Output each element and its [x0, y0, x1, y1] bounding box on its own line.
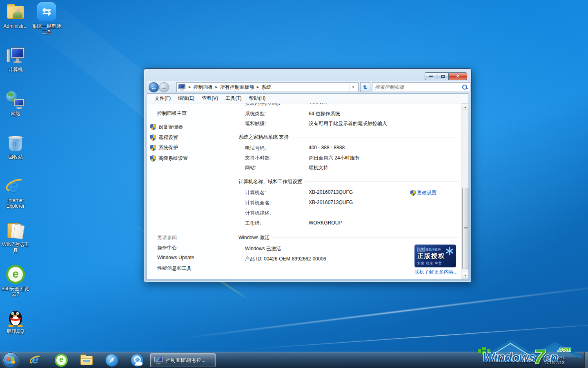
system-page-icon: ✓ — [178, 84, 185, 90]
section-header-support: 系统之家精品系统 支持 — [238, 134, 459, 141]
change-settings-link[interactable]: 更改设置 — [417, 189, 437, 196]
genuine-microsoft-badge[interactable]: 使用 微软®软件 正版授权 安全 稳定 声誉 — [414, 245, 456, 267]
sidebar-item-control-panel-home[interactable]: 控制面板主页 — [157, 110, 187, 117]
menu-help[interactable]: 帮助(H) — [245, 94, 270, 103]
sidebar-item-system-protection[interactable]: 系统保护 — [150, 144, 178, 151]
uac-shield-icon — [150, 145, 156, 151]
recycle-bin-icon: ♻ — [6, 133, 25, 153]
search-input[interactable] — [375, 84, 462, 90]
taskbar-compass-browser-icon[interactable] — [105, 354, 118, 367]
sidebar-item-action-center[interactable]: 操作中心 — [157, 245, 177, 251]
scrollbar-thumb[interactable] — [462, 188, 468, 269]
scroll-down-arrow[interactable]: ▼ — [462, 272, 468, 279]
breadcrumb-all-items[interactable]: 所有控制面板项 — [220, 84, 254, 91]
breadcrumb-separator-icon: ▶ — [257, 85, 259, 89]
windows-flag-icon — [7, 357, 16, 365]
computer-icon — [6, 46, 25, 65]
change-settings[interactable]: 更改设置 — [410, 189, 437, 196]
user-folder-icon — [6, 2, 25, 22]
desktop-icon-label: WIN7激活工具 — [0, 242, 31, 253]
refresh-button[interactable]: ⇄ — [360, 82, 370, 92]
qq-penguin-icon — [6, 307, 25, 327]
taskbar-explorer-icon[interactable] — [80, 354, 93, 367]
sidebar-item-advanced-system-settings[interactable]: 高级系统设置 — [150, 155, 188, 162]
internet-explorer-icon: e — [6, 177, 25, 196]
navigation-bar: ← → ✓ ▶ 控制面板 ▶ 所有控制面板项 ▶ 系统 ▼ ⇄ — [147, 81, 468, 94]
desktop-icon-label: 计算机 — [0, 67, 31, 72]
search-icon — [462, 84, 468, 90]
minimize-button[interactable] — [425, 72, 437, 80]
desktop-icon-recycle-bin[interactable]: ♻ 回收站 — [0, 133, 31, 160]
volume-icon[interactable]: 🔊 — [535, 358, 541, 363]
desktop-icon-label: Administr... — [0, 23, 31, 29]
search-box[interactable] — [372, 82, 470, 92]
uac-shield-icon — [410, 190, 416, 196]
menu-file[interactable]: 文件(F) — [151, 94, 174, 103]
desktop-icon-360-browser[interactable]: e 360安全浏览器7 — [0, 265, 31, 297]
desktop-icon-internet-explorer[interactable]: e Internet Explorer — [0, 177, 31, 209]
close-button[interactable]: × — [448, 72, 467, 80]
desktop-icon-win7-activation-tool[interactable]: WIN7激活工具 — [0, 221, 31, 253]
vertical-scrollbar[interactable]: ▲ ▼ — [461, 103, 468, 279]
info-row-phone: 电话号码: 400 - 888 - 8888 — [229, 145, 461, 152]
tray-expand-icon[interactable]: ▴ — [505, 358, 507, 363]
desktop-icon-network[interactable]: 网络 — [0, 90, 31, 117]
system-control-panel-window: × ← → ✓ ▶ 控制面板 ▶ 所有控制面板项 ▶ 系统 ▼ ⇄ 文件(F) … — [144, 68, 472, 282]
sidebar-item-remote-settings[interactable]: 远程设置 — [150, 134, 178, 141]
network-icon[interactable]: ▮�215; — [517, 358, 532, 363]
reinstall-tool-icon: ⇆ — [37, 2, 56, 21]
uac-shield-icon — [150, 155, 156, 162]
start-button[interactable] — [3, 352, 18, 368]
menu-bar: 文件(F) 编辑(E) 查看(V) 工具(T) 帮助(H) — [147, 94, 468, 103]
taskbar-item-label: 控制面板\所有控... — [166, 357, 205, 364]
online-support-link[interactable]: 联机支持 — [309, 164, 328, 171]
address-bar[interactable]: ✓ ▶ 控制面板 ▶ 所有控制面板项 ▶ 系统 ▼ — [176, 82, 359, 92]
wallpaper-white-streak — [177, 283, 588, 339]
uac-shield-icon — [150, 124, 156, 130]
breadcrumb-system[interactable]: 系统 — [261, 84, 271, 91]
info-row-website: 网站: 联机支持 — [229, 164, 461, 172]
back-button[interactable]: ← — [149, 82, 159, 92]
show-desktop-button[interactable] — [584, 352, 588, 368]
taskbar-qq-browser-icon[interactable] — [131, 354, 144, 367]
section-header-windows-activation: Windows 激活 — [238, 234, 459, 241]
info-row-support-hours: 支持小时数: 周日至周六 24小时服务 — [229, 155, 461, 162]
desktop-icon-reinstall-tool[interactable]: ⇆ 系统一键重装工具 — [31, 2, 62, 35]
desktop-icon-label: 回收站 — [0, 154, 31, 160]
system-window-icon: ✓ — [154, 357, 163, 364]
wallpaper-white-streak2 — [245, 322, 588, 350]
taskbar-internet-explorer-icon[interactable]: e — [29, 354, 42, 367]
menu-tools[interactable]: 工具(T) — [222, 94, 245, 103]
system-info-panel: 安装内存(RAM): 4.00 GB 系统类型: 64 位操作系统 笔和触摸: … — [229, 103, 461, 279]
address-dropdown-arrow-icon[interactable]: ▼ — [350, 83, 356, 92]
info-row-computer-name: 计算机名: XB-20160713QUFG 更改设置 — [229, 189, 461, 197]
learn-more-online-link[interactable]: 联机了解更多内容... — [414, 269, 458, 276]
sidebar-item-label: 高级系统设置 — [158, 155, 188, 162]
sidebar-item-windows-update[interactable]: Windows Update — [157, 255, 194, 260]
taskbar-clock[interactable]: 上午 10:41 2016/7/13 — [543, 355, 565, 366]
sidebar-item-label: 系统保护 — [158, 144, 178, 151]
breadcrumb-control-panel[interactable]: 控制面板 — [193, 84, 213, 91]
taskbar-active-window-control-panel[interactable]: ✓ 控制面板\所有控... — [150, 353, 216, 367]
sidebar-item-device-manager[interactable]: 设备管理器 — [150, 123, 183, 130]
see-also-header: 另请参阅 — [157, 234, 177, 241]
clock-time: 上午 10:41 — [543, 355, 565, 360]
caption-buttons: × — [425, 72, 467, 80]
breadcrumb-separator-icon: ▶ — [215, 85, 217, 89]
menu-view[interactable]: 查看(V) — [198, 94, 222, 103]
maximize-button[interactable] — [437, 72, 448, 80]
desktop-icon-tencent-qq[interactable]: 腾讯QQ — [0, 307, 31, 334]
sidebar-item-performance-tools[interactable]: 性能信息和工具 — [157, 265, 192, 272]
taskbar-360-browser-icon[interactable]: e — [55, 354, 68, 367]
notification-area: ▴ ⚑ ▮�215; 🔊 上午 10:41 2016/7/13 — [505, 352, 565, 368]
action-center-flag-icon[interactable]: ⚑ — [510, 358, 514, 363]
desktop-icon-label: 腾讯QQ — [0, 328, 31, 334]
360-browser-icon: e — [6, 265, 25, 284]
scroll-up-arrow[interactable]: ▲ — [462, 103, 468, 110]
desktop-icon-administrator[interactable]: Administr... — [0, 2, 31, 29]
desktop-icon-computer[interactable]: 计算机 — [0, 46, 31, 72]
forward-button[interactable]: → — [159, 82, 169, 92]
menu-edit[interactable]: 编辑(E) — [174, 94, 198, 103]
desktop-icon-label: 系统一键重装工具 — [31, 23, 62, 35]
clock-date: 2016/7/13 — [543, 360, 565, 366]
